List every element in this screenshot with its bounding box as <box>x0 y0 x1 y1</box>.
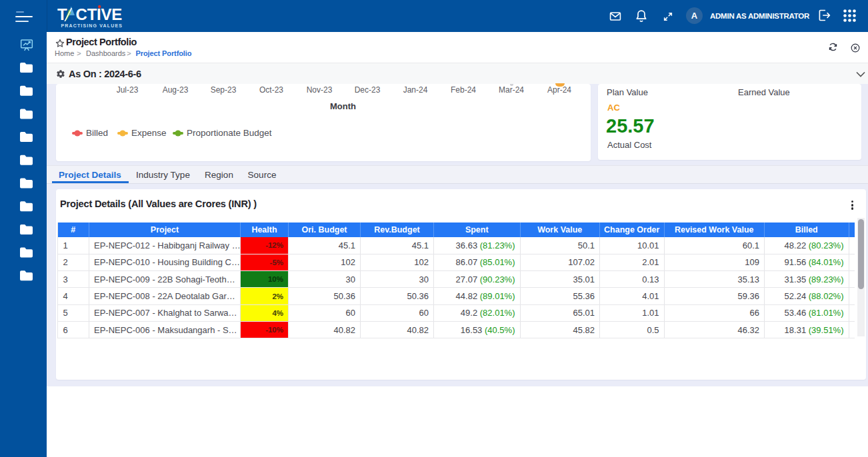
svg-text:PRACTISING VALUES: PRACTISING VALUES <box>61 23 123 28</box>
svg-text:T: T <box>57 5 67 23</box>
